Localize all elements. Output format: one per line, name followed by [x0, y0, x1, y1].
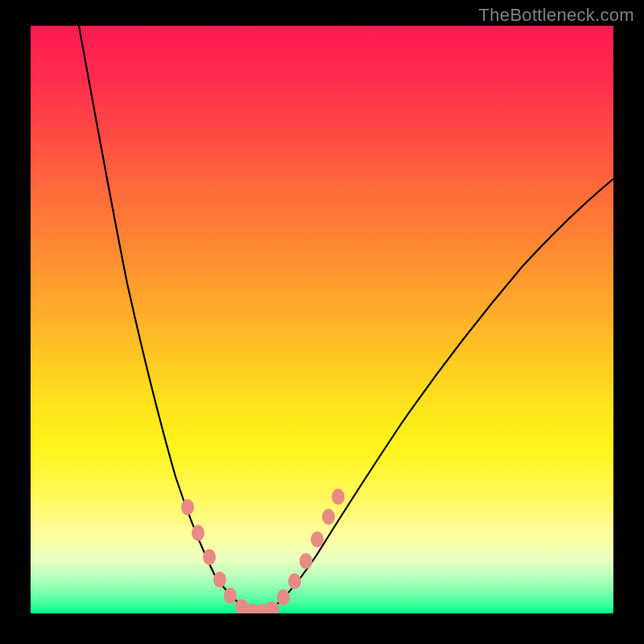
plot-area	[31, 26, 613, 613]
svg-point-3	[213, 572, 226, 588]
svg-point-0	[181, 499, 194, 515]
left-curve-path	[79, 26, 250, 611]
svg-point-4	[224, 588, 237, 604]
svg-point-14	[332, 489, 345, 505]
curve-overlay	[31, 26, 613, 613]
svg-point-12	[311, 531, 324, 547]
svg-point-2	[203, 549, 216, 565]
svg-point-11	[299, 553, 312, 569]
svg-point-10	[288, 573, 301, 589]
svg-point-9	[277, 589, 290, 605]
svg-point-13	[322, 509, 335, 525]
svg-point-1	[192, 525, 204, 541]
watermark-text: TheBottleneck.com	[479, 5, 634, 26]
chart-container: TheBottleneck.com	[0, 0, 644, 644]
